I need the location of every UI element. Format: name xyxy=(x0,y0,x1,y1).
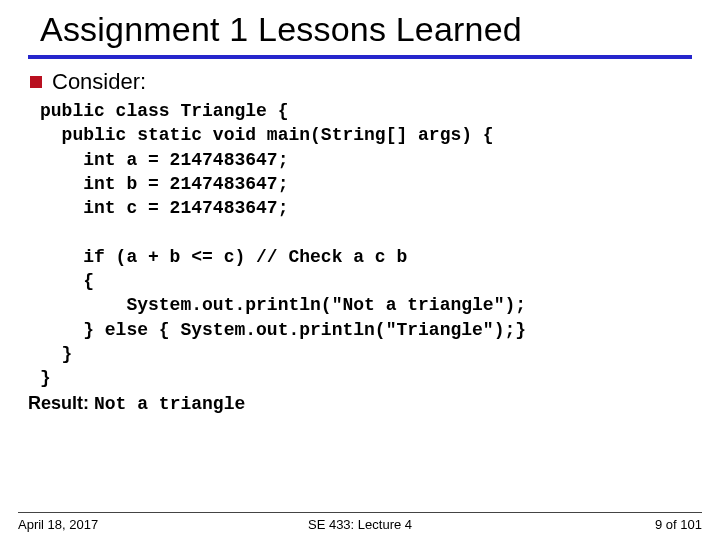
code-line: { xyxy=(40,271,94,291)
bullet-row: Consider: xyxy=(28,69,692,95)
code-line: int b = 2147483647; xyxy=(40,174,288,194)
slide-title: Assignment 1 Lessons Learned xyxy=(28,10,692,49)
result-label: Result: xyxy=(28,393,94,413)
code-line: } else { System.out.println("Triangle");… xyxy=(40,320,526,340)
result-row: Result: Not a triangle xyxy=(28,391,692,416)
footer-date: April 18, 2017 xyxy=(18,517,98,532)
code-line: int c = 2147483647; xyxy=(40,198,288,218)
code-line: public class Triangle { xyxy=(40,101,288,121)
code-line: } xyxy=(40,344,72,364)
code-line: System.out.println("Not a triangle"); xyxy=(40,295,526,315)
code-block: public class Triangle { public static vo… xyxy=(40,99,692,391)
result-value: Not a triangle xyxy=(94,394,245,414)
footer-divider xyxy=(18,512,702,513)
bullet-icon xyxy=(30,76,42,88)
bullet-text: Consider: xyxy=(52,69,146,95)
title-underline xyxy=(28,55,692,59)
code-line: if (a + b <= c) // Check a c b xyxy=(40,247,407,267)
code-line: public static void main(String[] args) { xyxy=(40,125,494,145)
footer-center: SE 433: Lecture 4 xyxy=(308,517,412,532)
code-line: int a = 2147483647; xyxy=(40,150,288,170)
footer-page: 9 of 101 xyxy=(655,517,702,532)
code-line: } xyxy=(40,368,51,388)
